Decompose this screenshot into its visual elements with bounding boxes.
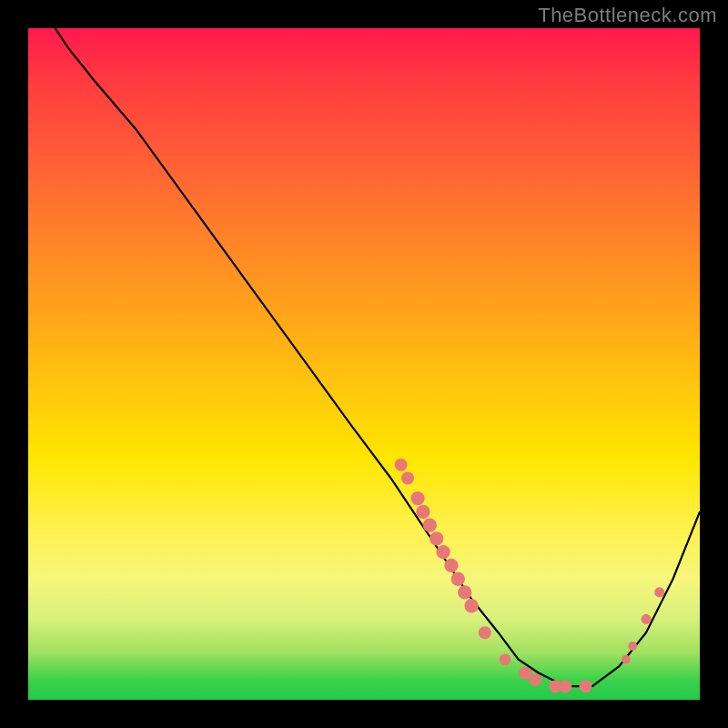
curve-line [56, 28, 701, 686]
data-marker [430, 531, 443, 545]
data-marker [451, 572, 465, 586]
watermark-text: TheBottleneck.com [538, 4, 717, 27]
data-marker [395, 459, 408, 471]
data-marker [458, 585, 471, 599]
data-marker [423, 518, 437, 531]
chart-container: TheBottleneck.com [0, 0, 728, 728]
data-marker [500, 653, 511, 665]
data-marker [401, 472, 414, 485]
data-marker [529, 673, 541, 686]
chart-overlay [28, 28, 700, 700]
data-marker [559, 680, 571, 693]
data-marker [580, 680, 592, 693]
data-marker [464, 599, 478, 612]
data-marker [416, 505, 430, 519]
data-marker [641, 614, 651, 624]
data-marker [410, 491, 424, 505]
curve-markers [395, 459, 665, 693]
data-marker [436, 545, 450, 559]
data-marker [444, 559, 458, 572]
data-marker [654, 587, 664, 597]
data-marker [622, 655, 631, 664]
data-marker [628, 642, 637, 651]
data-marker [479, 626, 491, 639]
